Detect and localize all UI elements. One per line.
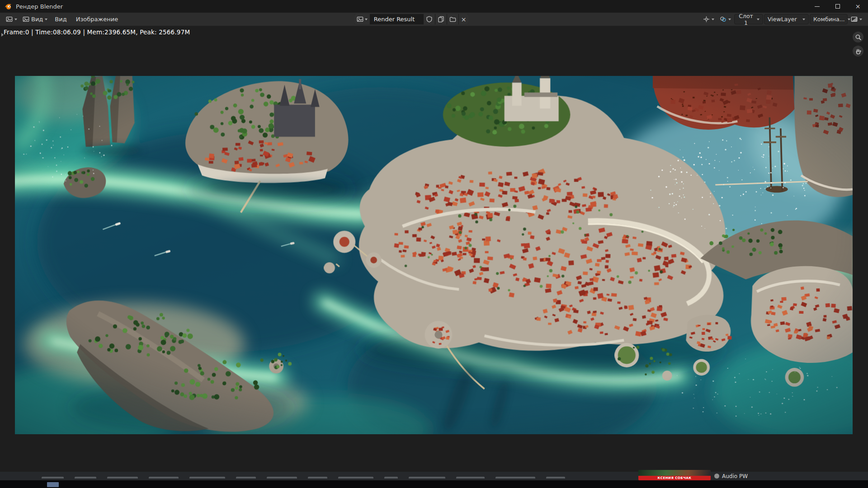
menu-image[interactable]: Изображение [72,14,122,25]
video-title[interactable]: Audio PW [722,473,748,479]
overlays-icon [720,16,726,23]
region-expand-chevron-icon[interactable] [1,33,4,37]
video-thumbnail[interactable]: КСЕНИЯ СОБЧАК [638,470,711,480]
duplicate-pages-icon [438,16,444,23]
unlink-image-button[interactable]: × [459,14,469,24]
render-status-text: Frame:0 | Time:08:06.09 | Mem:2396.65M, … [4,28,190,36]
blurred-text-row [42,474,625,479]
blender-window: Рендер Blender × Вид Вид Изображение [0,0,868,472]
menu-view[interactable]: Вид [51,14,71,25]
slot-dropdown[interactable]: Слот 1 [734,14,763,24]
window-close-button[interactable]: × [848,0,868,13]
image-icon [357,16,363,23]
chevron-down-icon [728,19,731,20]
viewlayer-dropdown[interactable]: ViewLayer [764,14,809,24]
gizmos-dropdown[interactable] [701,14,717,25]
display-channels-icon [851,16,858,23]
channel-logo [714,474,719,479]
window-controls: × [807,0,868,13]
mode-label: Вид [31,16,43,23]
chevron-down-icon [802,19,805,20]
render-image [15,76,853,434]
slot-label: Слот 1 [738,13,754,26]
image-datablock-widget: Render Result × [354,14,469,24]
folder-icon [449,16,456,23]
fake-user-button[interactable] [424,14,435,24]
view-mode-icon [23,16,29,23]
image-editor-header: Вид Вид Изображение Render Result [0,13,868,26]
blender-logo-icon [4,2,12,10]
window-title: Рендер Blender [16,3,63,10]
minimize-icon [815,6,820,7]
image-name-field[interactable]: Render Result [370,14,424,24]
pan-gizmo-button[interactable] [853,46,863,56]
background-window-strip: КСЕНИЯ СОБЧАК Audio PW [0,472,868,480]
taskbar-item[interactable] [47,482,59,487]
image-browse-dropdown[interactable] [354,14,370,24]
taskbar [0,480,868,488]
zoom-gizmo-button[interactable] [853,32,863,42]
render-result-canvas[interactable] [15,76,853,434]
magnifier-icon [855,34,862,41]
titlebar: Рендер Blender × [0,0,868,13]
maximize-icon [835,4,840,9]
overlays-dropdown[interactable] [717,14,733,25]
display-channels-button[interactable] [849,14,864,25]
close-icon: × [855,3,861,9]
chevron-down-icon [859,19,862,20]
hand-icon [855,48,862,55]
gizmo-icon [703,16,710,23]
chevron-down-icon [365,19,368,20]
shield-icon [426,16,433,23]
header-left-group: Вид Вид Изображение [4,14,122,25]
chevron-down-icon [757,19,760,20]
chevron-down-icon [45,19,47,20]
chevron-down-icon [14,19,17,20]
viewlayer-label: ViewLayer [768,16,797,23]
image-name: Render Result [374,16,415,23]
chevron-down-icon [712,19,714,20]
window-minimize-button[interactable] [807,0,827,13]
render-pass-dropdown[interactable]: Комбина... [810,14,848,24]
mode-dropdown[interactable]: Вид [20,14,50,25]
render-pass-label: Комбина... [813,16,845,23]
editor-type-button[interactable] [4,14,19,25]
thumbnail-banner: КСЕНИЯ СОБЧАК [638,476,711,480]
new-image-button[interactable] [435,14,447,24]
image-editor-icon [6,16,13,23]
open-image-button[interactable] [447,14,459,24]
header-right-group: Слот 1 ViewLayer Комбина... [701,14,864,25]
window-maximize-button[interactable] [827,0,848,13]
unlink-x-icon: × [461,16,467,23]
